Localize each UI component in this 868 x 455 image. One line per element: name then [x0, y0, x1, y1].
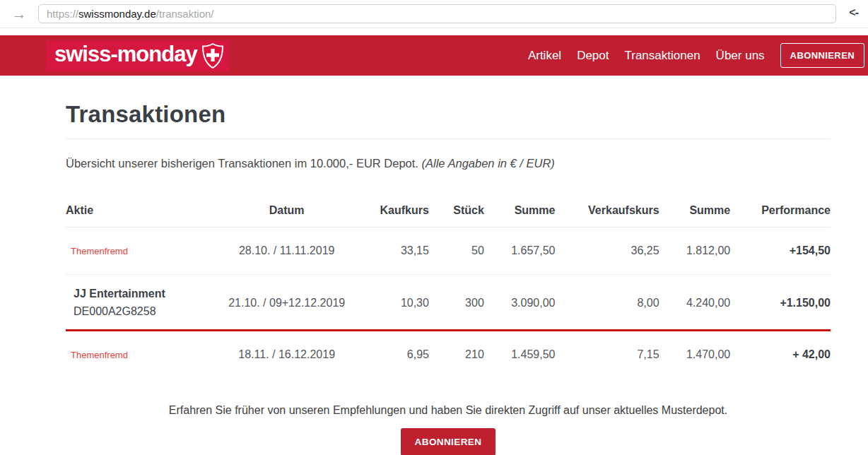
col-header-aktie: Aktie — [66, 204, 223, 228]
url-domain: swissmonday.de — [78, 8, 156, 20]
cell-summe-verkauf: 4.240,00 — [659, 275, 731, 331]
cell-kaufkurs: 10,30 — [351, 275, 429, 331]
cell-datum: 21.10. / 09+12.12.2019 — [223, 275, 351, 331]
cell-summe-kauf: 1.657,50 — [484, 228, 556, 275]
cell-summe-kauf: 3.090,00 — [484, 275, 556, 331]
cell-performance: + 42,00 — [730, 331, 831, 383]
site-header: swiss-monday Artikel Depot Transaktionen… — [0, 35, 868, 76]
forward-arrow-icon[interactable]: → — [0, 6, 38, 21]
cell-summe-kauf: 1.459,50 — [484, 331, 556, 383]
swiss-shield-icon — [202, 43, 223, 69]
page-subtitle: Übersicht unserer bisherigen Transaktion… — [66, 157, 831, 170]
cell-kaufkurs: 33,15 — [351, 228, 429, 275]
col-header-stueck: Stück — [429, 204, 484, 228]
cell-verkaufskurs: 8,00 — [555, 275, 659, 331]
col-header-summe-kauf: Summe — [484, 204, 556, 228]
main-content: Transaktionen Übersicht unserer bisherig… — [0, 101, 868, 455]
url-path: /transaktion/ — [156, 8, 214, 20]
back-arrow-icon[interactable]: <- — [849, 6, 858, 19]
subtitle-note: (Alle Angaben in € / EUR) — [422, 157, 555, 170]
title-divider — [66, 138, 831, 139]
cell-verkaufskurs: 36,25 — [555, 228, 659, 275]
stock-isin: DE000A2G8258 — [66, 305, 223, 318]
col-header-performance: Performance — [730, 204, 831, 228]
cell-kaufkurs: 6,95 — [351, 331, 429, 383]
cell-stueck: 300 — [429, 275, 484, 331]
cell-stueck: 50 — [429, 228, 484, 275]
cell-verkaufskurs: 7,15 — [555, 331, 659, 383]
table-row-highlighted: JJ Entertainment DE000A2G8258 21.10. / 0… — [66, 275, 831, 331]
subscribe-button-header[interactable]: ABONNIEREN — [780, 43, 864, 68]
cell-datum: 28.10. / 11.11.2019 — [223, 228, 351, 275]
cell-datum: 18.11. / 16.12.2019 — [223, 331, 351, 383]
table-header-row: Aktie Datum Kaufkurs Stück Summe Verkauf… — [66, 204, 831, 228]
nav-item-transaktionen[interactable]: Transaktionen — [625, 49, 700, 63]
logo-text: swiss-monday — [54, 43, 197, 68]
main-nav: Artikel Depot Transaktionen Über uns ABO… — [528, 43, 867, 68]
nav-item-ueber-uns[interactable]: Über uns — [716, 49, 765, 63]
address-bar[interactable]: https://swissmonday.de/transaktion/ — [38, 4, 836, 23]
col-header-summe-verkauf: Summe — [659, 204, 731, 228]
cell-performance: +1.150,00 — [730, 275, 831, 331]
cell-stueck: 210 — [429, 331, 484, 383]
stock-name: JJ Entertainment — [66, 288, 223, 300]
browser-toolbar: → https://swissmonday.de/transaktion/ <- — [0, 0, 868, 28]
subtitle-text: Übersicht unserer bisherigen Transaktion… — [66, 157, 422, 170]
col-header-kaufkurs: Kaufkurs — [351, 204, 429, 228]
subscribe-button-footer[interactable]: ABONNIEREN — [401, 428, 496, 455]
nav-item-artikel[interactable]: Artikel — [528, 49, 561, 63]
logo[interactable]: swiss-monday — [46, 40, 229, 71]
cell-aktie: Themenfremd — [66, 331, 223, 383]
cell-summe-verkauf: 1.812,00 — [659, 228, 731, 275]
page-title: Transaktionen — [66, 101, 831, 128]
transactions-table: Aktie Datum Kaufkurs Stück Summe Verkauf… — [66, 204, 831, 382]
table-row: Themenfremd 18.11. / 16.12.2019 6,95 210… — [66, 331, 831, 383]
nav-item-depot[interactable]: Depot — [577, 49, 609, 63]
table-row: Themenfremd 28.10. / 11.11.2019 33,15 50… — [66, 228, 831, 275]
col-header-verkaufskurs: Verkaufskurs — [555, 204, 659, 228]
cell-aktie: JJ Entertainment DE000A2G8258 — [66, 275, 223, 331]
cell-summe-verkauf: 1.470,00 — [659, 331, 731, 383]
cell-aktie: Themenfremd — [66, 228, 223, 275]
col-header-datum: Datum — [223, 204, 351, 228]
cell-performance: +154,50 — [730, 228, 831, 275]
url-scheme: https:// — [47, 8, 78, 20]
cta-text: Erfahren Sie früher von unseren Empfehlu… — [66, 404, 831, 417]
cta-container: ABONNIEREN — [66, 428, 831, 455]
